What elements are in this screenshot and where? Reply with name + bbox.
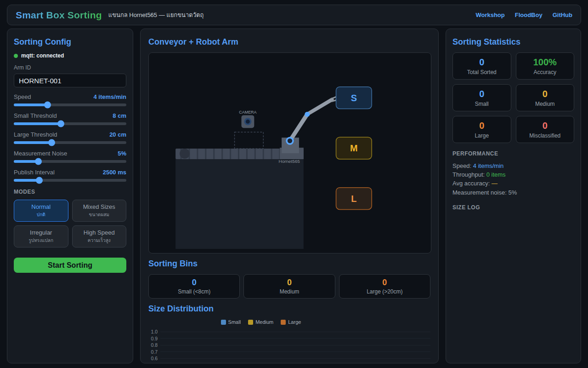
mqtt-status-text: mqtt: connected [21,52,64,59]
speed-slider-thumb[interactable] [44,102,51,109]
nav-link-github[interactable]: GitHub [553,12,572,18]
mqtt-status-dot [14,54,18,58]
mode-irregular-sublabel: รูปทรงแปลก [16,237,66,244]
mode-mixed-label: Mixed Sizes [74,203,124,210]
camera-lens-center [246,120,250,124]
arm-id-label: Arm ID [14,64,126,71]
publish-interval-slider-thumb[interactable] [36,177,43,184]
conveyor-scene: CAMERA Hornet565 [149,53,431,253]
bin-large-count: 0 [382,278,387,288]
publish-interval-slider-block: Publish Interval 2500 ms [14,169,126,182]
stat-medium-label: Medium [535,101,555,107]
app-header: Smart Box Sorting แขนกล Hornet565 — แยกข… [7,5,581,25]
bin-medium-letter: M [350,143,358,153]
stats-title: Sorting Statistics [452,37,574,47]
stat-small-label: Small [475,101,489,107]
legend-label-large: Large [288,319,301,325]
chart-legend: Small Medium Large [148,319,430,325]
bin-large-label: Large (>20cm) [367,288,402,295]
bin-medium-label: Medium [280,288,300,295]
noise-slider[interactable] [14,160,126,163]
robot-arm [287,97,337,144]
work-area [175,159,304,249]
perf-avg-accuracy: Avg accuracy: — [452,179,574,188]
large-threshold-slider[interactable] [14,141,126,144]
gridline [160,358,430,359]
stats-grid: 0 Total Sorted 100% Accuracy 0 Small 0 M… [452,52,574,143]
ytick: 0.5 [148,362,160,363]
noise-value: 5% [118,150,126,157]
perf-noise: Measurement noise: 5% [452,188,574,197]
large-threshold-slider-thumb[interactable] [48,139,55,146]
perf-throughput: Throughput: 0 items [452,170,574,179]
publish-interval-slider[interactable] [14,179,126,182]
ytick: 1.0 [148,329,160,334]
legend-item-large[interactable]: Large [281,319,301,325]
small-threshold-slider-thumb[interactable] [57,121,64,127]
large-threshold-slider-block: Large Threshold 20 cm [14,131,126,144]
bin-large: L [336,188,372,210]
mode-highspeed-sublabel: ความเร็วสูง [74,237,124,244]
performance-lines: Speed: 4 items/min Throughput: 0 items A… [452,161,574,197]
mode-normal-label: Normal [16,203,66,210]
bin-medium: M [336,137,372,159]
legend-label-small: Small [228,319,241,325]
noise-label: Measurement Noise [14,150,67,157]
conveyor-panel: Conveyor + Robot Arm [140,29,439,363]
speed-slider[interactable] [14,104,126,106]
stat-card-large: 0 Large [452,116,511,143]
stat-total-label: Total Sorted [467,69,497,75]
mode-button-normal[interactable]: Normal ปกติ [14,200,68,222]
small-threshold-label: Small Threshold [14,112,57,119]
legend-swatch-medium [248,320,253,325]
mode-button-mixed-sizes[interactable]: Mixed Sizes ขนาดผสม [72,200,127,222]
mode-button-irregular[interactable]: Irregular รูปทรงแปลก [14,225,68,247]
mode-mixed-sublabel: ขนาดผสม [74,211,124,218]
bin-small: S [336,87,372,109]
legend-swatch-small [221,320,226,325]
start-sorting-button[interactable]: Start Sorting [14,258,126,273]
sorting-bins-row: 0 Small (<8cm) 0 Medium 0 Large (>20cm) [148,274,430,299]
gridline [160,332,430,332]
mode-normal-sublabel: ปกติ [16,211,66,218]
legend-item-small[interactable]: Small [221,319,241,325]
size-log-title: SIZE LOG [452,204,574,211]
size-distribution-chart: 1.0 0.9 0.8 0.7 0.6 0.5 0.4 [148,328,430,363]
modes-grid: Normal ปกติ Mixed Sizes ขนาดผสม Irregula… [14,200,126,247]
small-threshold-value: 8 cm [113,112,126,119]
nav-link-floodboy[interactable]: FloodBoy [515,12,543,18]
stat-misclassified-value: 0 [543,121,548,131]
bin-small-letter: S [351,93,357,103]
stat-large-value: 0 [479,121,484,131]
speed-slider-block: Speed 4 items/min [14,93,126,106]
stat-total-value: 0 [479,57,484,68]
bin-small-count: 0 [192,278,197,288]
nav-link-workshop[interactable]: Workshop [475,12,504,18]
ytick: 0.9 [148,336,160,341]
conveyor-canvas: CAMERA Hornet565 [148,52,431,253]
perf-speed: Speed: 4 items/min [452,161,574,170]
camera-label: CAMERA [239,110,256,115]
sorting-bins-title: Sorting Bins [148,259,430,269]
mode-button-high-speed[interactable]: High Speed ความเร็วสูง [72,225,127,247]
robot-name-label: Hornet565 [278,159,300,164]
stat-card-medium: 0 Medium [516,84,575,111]
elbow-joint [305,112,310,117]
base-joint [287,138,293,144]
stat-card-misclassified: 0 Misclassified [516,116,575,143]
mode-highspeed-label: High Speed [74,229,124,236]
sorting-statistics-panel: Sorting Statistics 0 Total Sorted 100% A… [446,29,581,363]
stat-card-accuracy: 100% Accuracy [516,52,575,80]
stat-card-small: 0 Small [452,84,511,111]
small-threshold-slider[interactable] [14,122,126,125]
performance-title: PERFORMANCE [452,150,574,157]
size-distribution-title: Size Distribution [148,304,430,314]
modes-title: MODES [14,189,126,195]
bin-small-label: Small (<8cm) [178,288,210,295]
arm-id-input[interactable] [14,74,126,87]
legend-item-medium[interactable]: Medium [248,319,273,325]
config-title: Sorting Config [14,37,126,47]
stat-card-total-sorted: 0 Total Sorted [452,52,511,80]
large-threshold-slider-fill [14,141,52,144]
noise-slider-thumb[interactable] [35,158,42,165]
